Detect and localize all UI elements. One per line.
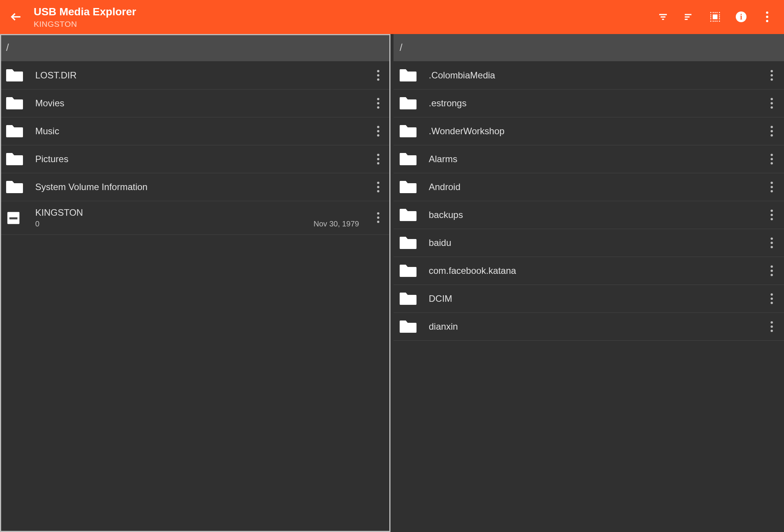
item-more-button[interactable]	[374, 70, 383, 81]
svg-point-7	[710, 12, 711, 13]
more-vert-icon	[767, 265, 776, 276]
list-item[interactable]: Pictures	[0, 145, 390, 173]
item-more-button[interactable]	[374, 154, 383, 164]
item-meta: KINGSTON0Nov 30, 1979	[35, 207, 368, 228]
overflow-button[interactable]	[761, 11, 773, 23]
folder-icon	[399, 263, 417, 278]
left-path-bar[interactable]: /	[0, 34, 390, 62]
list-item[interactable]: Android	[394, 173, 784, 201]
list-item[interactable]: Alarms	[394, 145, 784, 173]
folder-icon	[399, 291, 417, 306]
list-item[interactable]: System Volume Information	[0, 173, 390, 201]
item-more-button[interactable]	[767, 210, 776, 220]
svg-rect-5	[685, 19, 688, 20]
item-more-button[interactable]	[767, 321, 776, 332]
item-more-button[interactable]	[767, 154, 776, 164]
filter-button[interactable]	[657, 11, 669, 23]
more-vert-icon	[767, 238, 776, 248]
svg-point-19	[710, 18, 711, 20]
item-more-button[interactable]	[767, 293, 776, 304]
item-more-button[interactable]	[767, 238, 776, 248]
more-vert-icon	[374, 154, 383, 164]
svg-point-17	[710, 15, 711, 16]
item-more-button[interactable]	[767, 126, 776, 137]
item-more-button[interactable]	[767, 70, 776, 81]
sort-button[interactable]	[683, 11, 695, 23]
more-vert-icon	[767, 154, 776, 164]
item-name: baidu	[429, 238, 761, 248]
item-date: Nov 30, 1979	[314, 220, 359, 228]
item-more-button[interactable]	[374, 98, 383, 109]
list-item[interactable]: .estrongs	[394, 89, 784, 117]
svg-point-14	[715, 21, 716, 22]
item-name: Movies	[35, 98, 368, 109]
svg-rect-3	[685, 14, 692, 15]
list-item[interactable]: Movies	[0, 89, 390, 117]
folder-icon	[399, 235, 417, 251]
more-vert-icon	[767, 321, 776, 332]
svg-rect-2	[662, 19, 664, 20]
item-name: KINGSTON	[35, 207, 368, 218]
item-name: backups	[429, 210, 761, 220]
left-pane: / LOST.DIRMoviesMusicPicturesSystem Volu…	[0, 34, 390, 532]
more-vert-icon	[767, 98, 776, 109]
panes: / LOST.DIRMoviesMusicPicturesSystem Volu…	[0, 34, 784, 532]
list-item[interactable]: baidu	[394, 229, 784, 257]
app-root: USB Media Explorer KINGSTON i	[0, 0, 784, 532]
item-meta: backups	[429, 210, 761, 220]
item-name: .estrongs	[429, 98, 761, 109]
svg-point-18	[710, 16, 711, 18]
item-name: LOST.DIR	[35, 70, 368, 81]
svg-point-11	[719, 12, 720, 13]
item-meta: dianxin	[429, 321, 761, 332]
more-vert-icon	[374, 98, 383, 109]
more-vert-icon	[767, 210, 776, 220]
item-meta: DCIM	[429, 293, 761, 304]
more-vert-icon	[374, 70, 383, 81]
item-name: .ColombiaMedia	[429, 70, 761, 81]
item-meta: System Volume Information	[35, 182, 368, 192]
svg-point-10	[717, 12, 718, 13]
file-icon	[5, 210, 24, 225]
item-meta: .estrongs	[429, 98, 761, 109]
folder-icon	[5, 151, 24, 167]
item-name: Android	[429, 182, 761, 192]
item-more-button[interactable]	[767, 265, 776, 276]
item-more-button[interactable]	[374, 182, 383, 192]
svg-rect-1	[661, 16, 666, 18]
left-file-list[interactable]: LOST.DIRMoviesMusicPicturesSystem Volume…	[0, 62, 390, 532]
item-name: DCIM	[429, 293, 761, 304]
item-meta: baidu	[429, 238, 761, 248]
right-file-list[interactable]: .ColombiaMedia.estrongs.WonderWorkshopAl…	[394, 62, 784, 532]
item-meta: LOST.DIR	[35, 70, 368, 81]
list-item[interactable]: LOST.DIR	[0, 62, 390, 89]
more-vert-icon	[374, 126, 383, 137]
item-name: Alarms	[429, 154, 761, 164]
right-path-bar[interactable]: /	[394, 34, 784, 62]
item-meta: .ColombiaMedia	[429, 70, 761, 81]
item-name: .WonderWorkshop	[429, 126, 761, 137]
item-name: Pictures	[35, 154, 368, 164]
svg-point-21	[719, 16, 720, 18]
item-more-button[interactable]	[767, 182, 776, 192]
list-item[interactable]: .WonderWorkshop	[394, 117, 784, 145]
list-item[interactable]: DCIM	[394, 285, 784, 313]
info-button[interactable]: i	[735, 11, 747, 23]
appbar-titles: USB Media Explorer KINGSTON	[34, 5, 647, 29]
svg-point-15	[717, 21, 718, 22]
back-button[interactable]	[8, 9, 24, 24]
svg-point-20	[719, 15, 720, 16]
item-more-button[interactable]	[374, 212, 383, 223]
list-item[interactable]: .ColombiaMedia	[394, 62, 784, 89]
list-item[interactable]: KINGSTON0Nov 30, 1979	[0, 201, 390, 235]
right-pane: / .ColombiaMedia.estrongs.WonderWorkshop…	[394, 34, 784, 532]
select-all-button[interactable]	[709, 11, 721, 23]
list-item[interactable]: Music	[0, 117, 390, 145]
list-item[interactable]: com.facebook.katana	[394, 257, 784, 285]
item-more-button[interactable]	[767, 98, 776, 109]
list-item[interactable]: backups	[394, 201, 784, 229]
item-meta: Alarms	[429, 154, 761, 164]
app-subtitle: KINGSTON	[34, 19, 647, 29]
list-item[interactable]: dianxin	[394, 313, 784, 341]
item-more-button[interactable]	[374, 126, 383, 137]
